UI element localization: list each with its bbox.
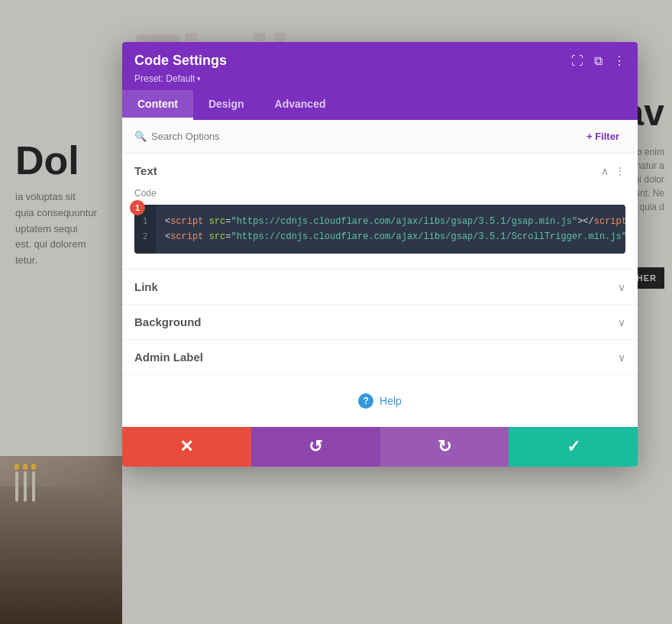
code-line-1: <script src="https://cdnjs.cloudflare.co… <box>165 214 616 229</box>
code-editor[interactable]: 1 2 <script src="https://cdnjs.cloudflar… <box>134 205 625 254</box>
modal-header: Code Settings ⛶ ⧉ ⋮ Preset: Default ▾ <box>122 42 638 90</box>
section-background-controls: ∨ <box>618 316 625 328</box>
modal-body: Text ∧ ⋮ Code 1 1 2 <script s <box>122 154 638 427</box>
section-link-controls: ∨ <box>618 281 625 293</box>
search-bar: 🔍 + Filter <box>122 120 638 154</box>
modal-header-icons: ⛶ ⧉ ⋮ <box>571 53 625 68</box>
code-settings-modal: Code Settings ⛶ ⧉ ⋮ Preset: Default ▾ Co… <box>122 42 638 467</box>
redo-button[interactable]: ↻ <box>380 427 509 467</box>
chevron-down-icon-background: ∨ <box>618 316 625 328</box>
modal-header-top: Code Settings ⛶ ⧉ ⋮ <box>134 53 625 69</box>
save-icon: ✓ <box>567 437 580 457</box>
section-admin-label-header[interactable]: Admin Label ∨ <box>122 340 638 374</box>
section-more-icon[interactable]: ⋮ <box>615 165 625 177</box>
undo-button[interactable]: ↺ <box>251 427 380 467</box>
chevron-down-icon-admin: ∨ <box>618 351 625 364</box>
section-text-title: Text <box>134 164 157 177</box>
modal-title: Code Settings <box>134 53 227 69</box>
code-content: <script src="https://cdnjs.cloudflare.co… <box>134 205 625 254</box>
chevron-down-icon-link: ∨ <box>618 281 625 293</box>
cancel-button[interactable]: ✕ <box>122 427 251 467</box>
preset-arrow-icon: ▾ <box>197 75 201 82</box>
section-text-controls: ∧ ⋮ <box>601 165 625 177</box>
section-link: Link ∨ <box>122 270 638 305</box>
search-icon: 🔍 <box>134 131 147 142</box>
code-line-2: <script src="https://cdnjs.cloudflare.co… <box>165 229 616 244</box>
modal-tabs: Content Design Advanced <box>122 90 638 120</box>
fullscreen-icon[interactable]: ⛶ <box>571 54 583 68</box>
tab-design[interactable]: Design <box>193 90 260 120</box>
filter-button[interactable]: + Filter <box>580 128 625 145</box>
section-admin-label-title: Admin Label <box>134 351 203 364</box>
code-field-label: Code <box>134 188 625 199</box>
line-num-1: 1 <box>143 214 148 229</box>
section-text-header[interactable]: Text ∧ ⋮ <box>122 154 638 188</box>
section-text: Text ∧ ⋮ Code 1 1 2 <script s <box>122 154 638 270</box>
undo-icon: ↺ <box>309 437 322 457</box>
search-input-wrap: 🔍 <box>134 131 580 142</box>
section-text-content: Code 1 1 2 <script src="https://cdnjs.cl… <box>122 188 638 269</box>
section-admin-label: Admin Label ∨ <box>122 340 638 375</box>
modal-footer: ✕ ↺ ↻ ✓ <box>122 427 638 467</box>
more-options-icon[interactable]: ⋮ <box>613 53 625 68</box>
help-section: ? Help <box>122 375 638 427</box>
section-background: Background ∨ <box>122 305 638 340</box>
section-background-title: Background <box>134 315 202 328</box>
tab-content[interactable]: Content <box>122 90 193 120</box>
tab-advanced[interactable]: Advanced <box>260 90 341 120</box>
code-editor-wrap: 1 1 2 <script src="https://cdnjs.cloudfl… <box>134 205 625 254</box>
chevron-up-icon: ∧ <box>601 165 609 177</box>
search-input[interactable] <box>151 131 580 142</box>
help-icon: ? <box>358 393 373 409</box>
preset-label: Preset: Default <box>134 73 195 84</box>
section-link-title: Link <box>134 280 158 293</box>
code-badge: 1 <box>130 200 145 215</box>
section-link-header[interactable]: Link ∨ <box>122 270 638 304</box>
line-num-2: 2 <box>143 229 148 244</box>
section-background-header[interactable]: Background ∨ <box>122 305 638 339</box>
section-admin-label-controls: ∨ <box>618 351 625 364</box>
cancel-icon: ✕ <box>179 437 193 457</box>
help-label[interactable]: Help <box>380 395 402 407</box>
split-view-icon[interactable]: ⧉ <box>594 54 603 68</box>
redo-icon: ↻ <box>438 437 451 457</box>
preset-selector[interactable]: Preset: Default ▾ <box>134 73 625 84</box>
save-button[interactable]: ✓ <box>509 427 638 467</box>
